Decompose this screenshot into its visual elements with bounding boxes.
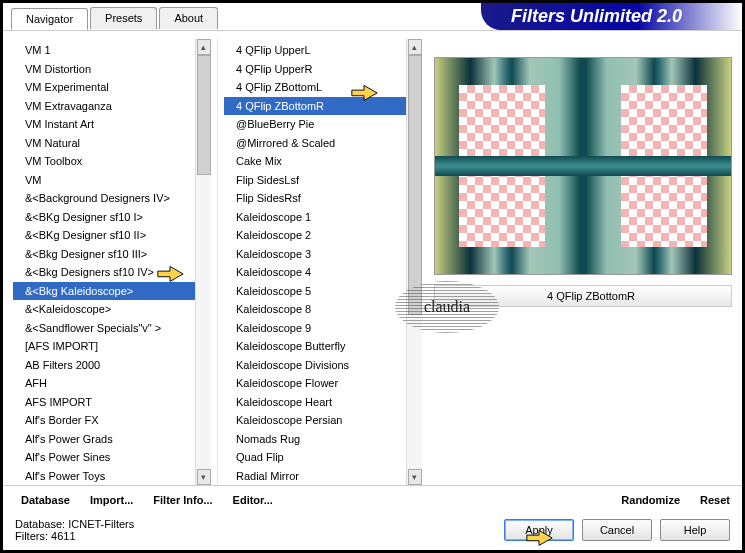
category-column: VM 1VM DistortionVM ExperimentalVM Extra… <box>13 39 211 485</box>
scroll-thumb[interactable] <box>197 55 211 175</box>
list-item[interactable]: Nomads Rug <box>224 430 406 449</box>
list-item[interactable]: 4 QFlip ZBottomL <box>224 78 406 97</box>
list-item[interactable]: Kaleidoscope Persian <box>224 411 406 430</box>
list-item[interactable]: @BlueBerry Pie <box>224 115 406 134</box>
filter-scrollbar[interactable]: ▴ ▾ <box>406 39 422 485</box>
list-item[interactable]: VM Experimental <box>13 78 195 97</box>
list-item[interactable]: &<Kaleidoscope> <box>13 300 195 319</box>
header: Navigator Presets About Filters Unlimite… <box>3 3 742 31</box>
list-item[interactable]: VM Instant Art <box>13 115 195 134</box>
list-item[interactable]: Cake Mix <box>224 152 406 171</box>
list-item[interactable]: Alf's Border FX <box>13 411 195 430</box>
status-db-label: Database: <box>15 518 65 530</box>
list-item[interactable]: &<Bkg Designers sf10 IV> <box>13 263 195 282</box>
list-item[interactable]: Kaleidoscope 2 <box>224 226 406 245</box>
preview-hbar <box>435 156 731 176</box>
cmd-randomize[interactable]: Randomize <box>621 494 680 506</box>
help-button[interactable]: Help <box>660 519 730 541</box>
cancel-button[interactable]: Cancel <box>582 519 652 541</box>
category-scrollbar[interactable]: ▴ ▾ <box>195 39 211 485</box>
list-item[interactable]: VM Distortion <box>13 60 195 79</box>
list-item[interactable]: AFH <box>13 374 195 393</box>
scroll-thumb[interactable] <box>408 55 422 315</box>
cmd-editor[interactable]: Editor... <box>233 494 273 506</box>
scroll-up-icon[interactable]: ▴ <box>197 39 211 55</box>
column-divider <box>217 39 218 485</box>
list-item[interactable]: Flip SidesRsf <box>224 189 406 208</box>
preview-content <box>435 58 731 274</box>
list-item[interactable]: @Mirrored & Scaled <box>224 134 406 153</box>
list-item[interactable]: &<BKg Designer sf10 II> <box>13 226 195 245</box>
brand-title: Filters Unlimited 2.0 <box>481 3 742 30</box>
list-item[interactable]: &<Sandflower Specials"v" > <box>13 319 195 338</box>
list-item[interactable]: &<BKg Designer sf10 I> <box>13 208 195 227</box>
list-item[interactable]: Kaleidoscope Heart <box>224 393 406 412</box>
tab-bar: Navigator Presets About <box>3 3 228 29</box>
status-filters-label: Filters: <box>15 530 48 542</box>
list-item[interactable]: VM <box>13 171 195 190</box>
list-item[interactable]: AB Filters 2000 <box>13 356 195 375</box>
selected-filter-row: 4 QFlip ZBottomR <box>434 285 732 307</box>
status-bar: Database: ICNET-Filters Filters: 4611 <box>15 518 134 542</box>
app-window: Navigator Presets About Filters Unlimite… <box>0 0 745 553</box>
list-item[interactable]: [AFS IMPORT] <box>13 337 195 356</box>
list-item[interactable]: Alf's Power Toys <box>13 467 195 486</box>
status-filters-value: 4611 <box>51 530 75 542</box>
list-item[interactable]: &<Bkg Designer sf10 III> <box>13 245 195 264</box>
tab-presets[interactable]: Presets <box>90 7 157 29</box>
main-content: VM 1VM DistortionVM ExperimentalVM Extra… <box>3 31 742 485</box>
list-item[interactable]: &<Bkg Kaleidoscope> <box>13 282 195 301</box>
list-item[interactable]: 4 QFlip UpperL <box>224 41 406 60</box>
cmd-database[interactable]: Database <box>21 494 70 506</box>
scroll-track[interactable] <box>196 55 212 469</box>
cmd-reset[interactable]: Reset <box>700 494 730 506</box>
list-item[interactable]: VM Toolbox <box>13 152 195 171</box>
status-db-value: ICNET-Filters <box>68 518 134 530</box>
list-item[interactable]: 4 QFlip UpperR <box>224 60 406 79</box>
list-item[interactable]: Flip SidesLsf <box>224 171 406 190</box>
footer: Database: ICNET-Filters Filters: 4611 Ap… <box>3 512 742 550</box>
list-item[interactable]: Kaleidoscope 3 <box>224 245 406 264</box>
list-item[interactable]: Kaleidoscope 8 <box>224 300 406 319</box>
tab-about[interactable]: About <box>159 7 218 29</box>
list-item[interactable]: Kaleidoscope Flower <box>224 374 406 393</box>
cmd-import[interactable]: Import... <box>90 494 133 506</box>
scroll-up-icon[interactable]: ▴ <box>408 39 422 55</box>
list-item[interactable]: Kaleidoscope 4 <box>224 263 406 282</box>
list-item[interactable]: Kaleidoscope Divisions <box>224 356 406 375</box>
scroll-track[interactable] <box>407 55 423 469</box>
list-item[interactable]: Kaleidoscope 1 <box>224 208 406 227</box>
list-item[interactable]: Alf's Power Sines <box>13 448 195 467</box>
preview-image <box>434 57 732 275</box>
list-item[interactable]: Kaleidoscope 9 <box>224 319 406 338</box>
list-item[interactable]: Kaleidoscope 5 <box>224 282 406 301</box>
list-item[interactable]: VM Natural <box>13 134 195 153</box>
list-item[interactable]: Quad Flip <box>224 448 406 467</box>
list-item[interactable]: VM Extravaganza <box>13 97 195 116</box>
list-item[interactable]: Radial Mirror <box>224 467 406 486</box>
list-item[interactable]: VM 1 <box>13 41 195 60</box>
apply-button[interactable]: Apply <box>504 519 574 541</box>
tab-navigator[interactable]: Navigator <box>11 8 88 30</box>
list-item[interactable]: AFS IMPORT <box>13 393 195 412</box>
filter-listbox: 4 QFlip UpperL4 QFlip UpperR4 QFlip ZBot… <box>224 39 422 485</box>
category-list[interactable]: VM 1VM DistortionVM ExperimentalVM Extra… <box>13 39 195 485</box>
scroll-down-icon[interactable]: ▾ <box>408 469 422 485</box>
command-row: Database Import... Filter Info... Editor… <box>3 485 742 512</box>
list-item[interactable]: &<Background Designers IV> <box>13 189 195 208</box>
preview-column: 4 QFlip ZBottomR <box>426 39 732 485</box>
list-item[interactable]: Alf's Power Grads <box>13 430 195 449</box>
list-item[interactable]: 4 QFlip ZBottomR <box>224 97 406 116</box>
category-listbox: VM 1VM DistortionVM ExperimentalVM Extra… <box>13 39 211 485</box>
list-item[interactable]: Kaleidoscope Butterfly <box>224 337 406 356</box>
cmd-filter-info[interactable]: Filter Info... <box>153 494 212 506</box>
scroll-down-icon[interactable]: ▾ <box>197 469 211 485</box>
filter-column: 4 QFlip UpperL4 QFlip UpperR4 QFlip ZBot… <box>224 39 422 485</box>
filter-list[interactable]: 4 QFlip UpperL4 QFlip UpperR4 QFlip ZBot… <box>224 39 406 485</box>
selected-filter-name: 4 QFlip ZBottomR <box>443 290 723 302</box>
